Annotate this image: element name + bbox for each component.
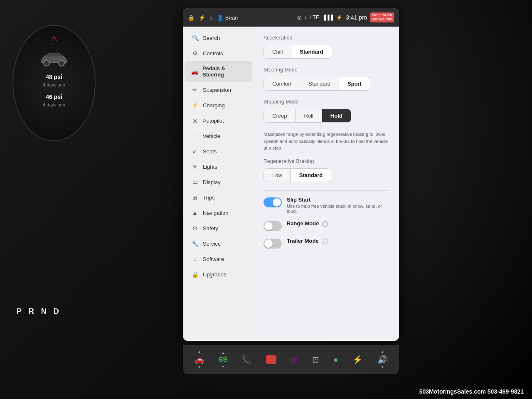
speed-down-arrow: ▼ [222, 365, 225, 369]
sidebar-item-upgrades[interactable]: 🔒 Upgrades [185, 267, 252, 282]
acceleration-chill[interactable]: Chill [264, 45, 291, 58]
sidebar-label-lights: Lights [203, 164, 217, 170]
sidebar-item-display[interactable]: ▭ Display [185, 175, 252, 190]
autopilot-icon: ◎ [191, 117, 199, 124]
phone-icon: 📞 [241, 355, 252, 365]
svg-point-1 [59, 60, 64, 66]
sidebar-item-search[interactable]: 🔍 Search [185, 30, 252, 45]
acceleration-standard[interactable]: Standard [291, 45, 331, 58]
range-mode-row: Range Mode i [264, 220, 389, 231]
vol-down-arrow: ▼ [381, 365, 384, 369]
trailer-mode-label: Trailer Mode i [287, 238, 328, 244]
sidebar-label-vehicle: Vehicle [203, 133, 220, 139]
steering-sport[interactable]: Sport [339, 77, 370, 90]
service-icon: 🔧 [191, 240, 199, 247]
range-mode-toggle[interactable] [264, 221, 282, 231]
slip-start-desc: Use to help free vehicle stuck in snow, … [287, 204, 389, 214]
display-icon: ▭ [191, 179, 199, 185]
stopping-roll[interactable]: Roll [296, 109, 322, 122]
slip-start-info: Slip Start Use to help free vehicle stuc… [287, 197, 389, 214]
speed-value: 69 [219, 355, 227, 364]
acceleration-group: Chill Standard [264, 45, 332, 59]
bottom-taskbar: ▲ 🚗 ▼ ▲ 69 ▼ 📞 🎵 ◎ ⊡ ● ⚡ ▲ 🔊 ▼ [183, 345, 399, 374]
taskbar-car[interactable]: ▲ 🚗 ▼ [194, 350, 204, 369]
search-icon: 🔍 [191, 34, 199, 41]
username: Brian [225, 15, 238, 21]
gear-indicator: P R N D [17, 307, 62, 316]
sidebar-label-upgrades: Upgrades [203, 271, 226, 278]
trailer-mode-info-icon[interactable]: i [322, 239, 328, 244]
safety-icon: ⊙ [191, 225, 199, 232]
steering-comfort[interactable]: Comfort [264, 77, 300, 90]
trailer-mode-toggle[interactable] [264, 239, 282, 249]
user-info[interactable]: 👤 Brian [217, 15, 238, 21]
home-icon: ⌂ [209, 15, 213, 21]
watermark: 503MotoringsSales.com 503-469-9821 [419, 388, 524, 395]
status-bar: 🔒 ⚡ ⌂ 👤 Brian ◎ ↓ LTE ▐▐▐ ⚡ 3:41 pm PASS… [183, 8, 399, 27]
pedals-icon: 🚗 [191, 68, 198, 75]
sidebar-item-service[interactable]: 🔧 Service [185, 236, 252, 251]
software-icon: ↓ [191, 256, 199, 262]
slip-start-toggle[interactable] [264, 197, 282, 207]
range-mode-info-icon[interactable]: i [322, 221, 328, 227]
front-right-tire-info: 46 psi 4 days ago [43, 92, 65, 109]
sidebar-item-suspension[interactable]: ✏ Suspension [185, 82, 252, 97]
regen-standard[interactable]: Standard [291, 169, 331, 182]
sidebar-label-autopilot: Autopilot [203, 118, 224, 124]
status-right: ◎ ↓ LTE ▐▐▐ ⚡ 3:41 pm PASSENGER AIRBAG O… [297, 12, 394, 22]
spotify-icon: ● [333, 355, 338, 365]
sidebar-item-software[interactable]: ↓ Software [185, 251, 252, 266]
svg-point-0 [44, 60, 49, 66]
taskbar-radio[interactable]: ◎ [291, 355, 298, 365]
sidebar-item-safety[interactable]: ⊙ Safety [185, 221, 252, 236]
sidebar-item-charging[interactable]: ⚡ Charging [185, 98, 252, 113]
sidebar-label-charging: Charging [203, 102, 225, 108]
trips-icon: ⊞ [191, 194, 199, 201]
stopping-hold[interactable]: Hold [322, 109, 351, 122]
lock-icon: 🔒 [188, 15, 195, 21]
sidebar-item-autopilot[interactable]: ◎ Autopilot [185, 113, 252, 128]
sidebar-label-trips: Trips [203, 195, 214, 201]
sidebar-item-seats[interactable]: ↙ Seats [185, 144, 252, 159]
slip-start-row: Slip Start Use to help free vehicle stuc… [264, 197, 389, 214]
stopping-creep[interactable]: Creep [264, 109, 296, 122]
music-icon: 🎵 [266, 355, 276, 364]
taskbar-volume[interactable]: ▲ 🔊 ▼ [377, 350, 388, 369]
front-left-tire-info: 48 psi 4 days ago [43, 72, 65, 89]
sidebar-label-service: Service [203, 241, 221, 247]
stopping-mode-group: Creep Roll Hold [264, 109, 351, 123]
stopping-mode-description: Maximizes range by extending regenerativ… [264, 131, 388, 152]
speed-up-arrow: ▲ [222, 351, 225, 355]
sidebar-item-controls[interactable]: ⚙ Controls [185, 46, 252, 61]
sidebar-label-seats: Seats [203, 148, 217, 155]
taskbar-bluetooth[interactable]: ⚡ [352, 355, 363, 365]
sidebar-item-navigation[interactable]: ▲ Navigation [185, 205, 252, 220]
sidebar-label-display: Display [203, 179, 221, 185]
sidebar-label-navigation: Navigation [203, 210, 228, 216]
taskbar-speed: ▲ 69 ▼ [219, 351, 227, 369]
signal-bars: ▐▐▐ [323, 15, 333, 20]
upgrades-icon: 🔒 [191, 271, 199, 278]
sidebar-item-pedals[interactable]: 🚗 Pedals & Steering [185, 61, 252, 82]
taskbar-music[interactable]: 🎵 [266, 355, 276, 364]
trailer-mode-row: Trailer Mode i [264, 238, 389, 249]
download-icon: ↓ [305, 15, 307, 20]
more-icon: ⊡ [312, 355, 319, 365]
taskbar-phone[interactable]: 📞 [241, 355, 252, 365]
clock: 3:41 pm [346, 14, 367, 21]
sidebar-label-pedals: Pedals & Steering [202, 65, 245, 78]
range-mode-label: Range Mode i [287, 220, 328, 227]
sidebar-item-lights[interactable]: ✳ Lights [185, 159, 252, 174]
vol-up-arrow: ▲ [381, 350, 384, 354]
steering-standard[interactable]: Standard [300, 77, 339, 90]
sidebar-item-trips[interactable]: ⊞ Trips [185, 190, 252, 205]
trailer-mode-info: Trailer Mode i [287, 238, 328, 244]
taskbar-spotify[interactable]: ● [333, 355, 338, 365]
acceleration-title: Acceleration [264, 35, 389, 41]
taskbar-more[interactable]: ⊡ [312, 355, 319, 365]
radio-icon: ◎ [291, 355, 298, 365]
sidebar-item-vehicle[interactable]: ≡ Vehicle [185, 128, 252, 143]
regen-low[interactable]: Low [264, 169, 291, 182]
range-mode-info: Range Mode i [287, 220, 328, 227]
charging-icon: ⚡ [191, 102, 199, 108]
